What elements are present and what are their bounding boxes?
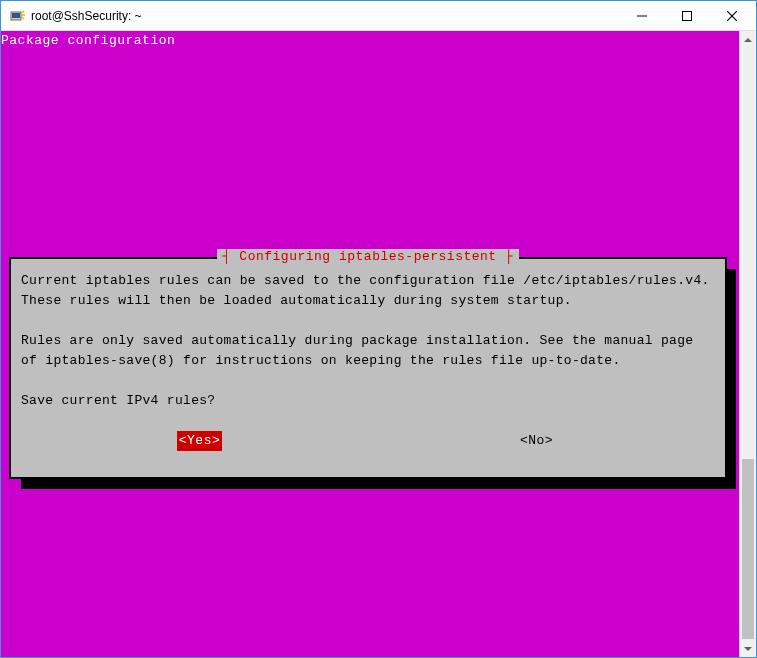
- svg-marker-9: [744, 38, 752, 42]
- dialog-body: Current iptables rules can be saved to t…: [11, 259, 725, 461]
- svg-rect-1: [12, 13, 20, 18]
- dialog-paragraph-1: Current iptables rules can be saved to t…: [21, 271, 715, 311]
- dialog-paragraph-2: Rules are only saved automatically durin…: [21, 331, 715, 371]
- scroll-up-arrow[interactable]: [740, 31, 756, 48]
- no-button-wrap: <No>: [368, 431, 705, 451]
- maximize-button[interactable]: [664, 1, 709, 30]
- package-config-header: Package configuration: [1, 31, 739, 48]
- no-button[interactable]: <No>: [520, 431, 553, 451]
- minimize-button[interactable]: [619, 1, 664, 30]
- svg-rect-6: [682, 11, 691, 20]
- vertical-scrollbar[interactable]: [739, 31, 756, 657]
- window-titlebar: root@SshSecurity: ~: [1, 1, 756, 31]
- terminal-area: Package configuration ┤ Configuring ipta…: [1, 31, 756, 657]
- svg-line-2: [22, 11, 24, 13]
- yes-button-wrap: <Yes>: [31, 431, 368, 451]
- dialog-title-text: Configuring iptables-persistent: [239, 249, 496, 264]
- yes-button[interactable]: <Yes>: [177, 431, 223, 451]
- close-button[interactable]: [709, 1, 754, 30]
- dialog-title: ┤ Configuring iptables-persistent ├: [217, 249, 520, 264]
- window-title: root@SshSecurity: ~: [31, 9, 619, 23]
- window-controls: [619, 1, 754, 30]
- svg-line-4: [22, 17, 24, 19]
- svg-marker-10: [744, 647, 752, 651]
- dialog-question: Save current IPv4 rules?: [21, 391, 715, 411]
- scroll-down-arrow[interactable]: [740, 640, 756, 657]
- putty-icon: [9, 8, 25, 24]
- scroll-thumb[interactable]: [742, 459, 754, 639]
- config-dialog: ┤ Configuring iptables-persistent ├ Curr…: [9, 257, 727, 479]
- dialog-buttons: <Yes> <No>: [21, 431, 715, 451]
- terminal-content[interactable]: Package configuration ┤ Configuring ipta…: [1, 31, 739, 657]
